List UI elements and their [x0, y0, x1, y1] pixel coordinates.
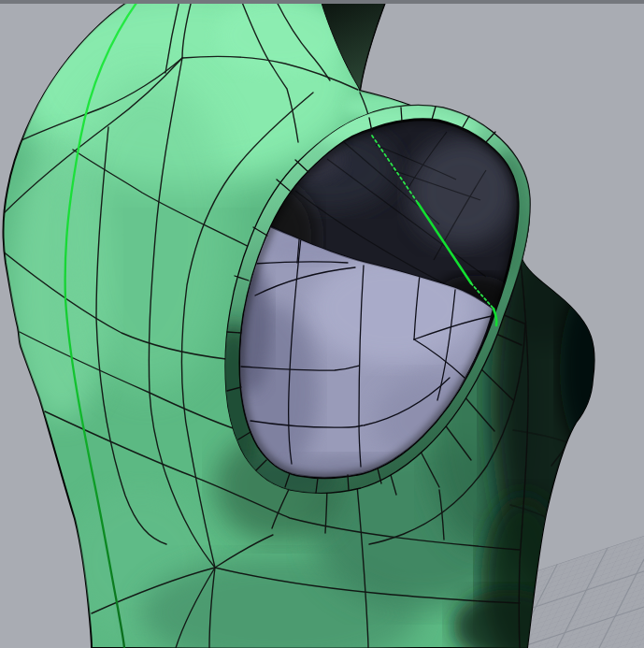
viewport-render: [0, 0, 644, 648]
viewport-canvas[interactable]: [0, 0, 644, 648]
window-top-bar: [0, 0, 644, 4]
